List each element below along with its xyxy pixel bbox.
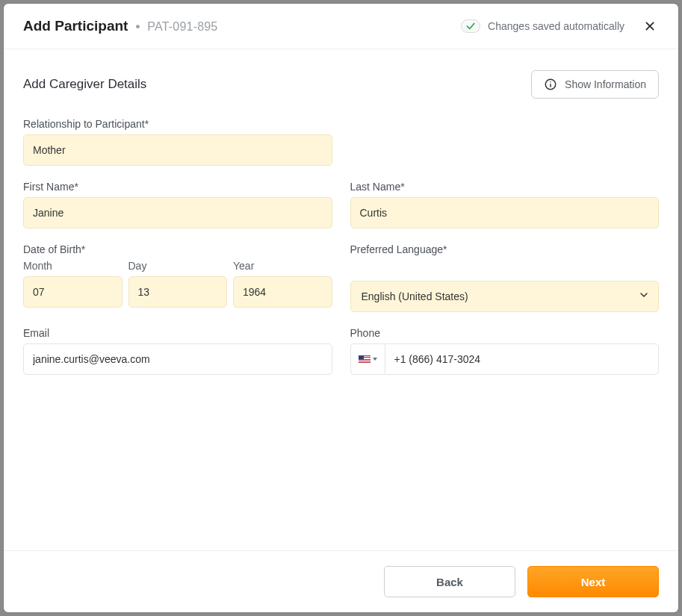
info-icon <box>544 78 557 91</box>
phone-country-selector[interactable] <box>350 343 385 375</box>
phone-field: Phone <box>350 327 660 375</box>
dob-year-label: Year <box>233 260 332 272</box>
first-name-field: First Name* <box>23 181 332 228</box>
check-icon <box>465 21 476 31</box>
show-information-button[interactable]: Show Information <box>531 70 659 99</box>
language-spacer <box>350 260 660 276</box>
add-participant-modal: Add Participant • PAT-091-895 Changes sa… <box>4 4 678 612</box>
dob-month-input[interactable] <box>23 276 123 308</box>
language-field: Preferred Language* English (United Stat… <box>350 243 660 312</box>
dob-label: Date of Birth* <box>23 243 332 255</box>
header-right: Changes saved automatically <box>461 17 659 35</box>
show-information-label: Show Information <box>565 78 646 90</box>
dob-day-input[interactable] <box>128 276 228 308</box>
dob-month-label: Month <box>23 260 123 272</box>
language-label: Preferred Language* <box>350 243 660 255</box>
dob-row: Month Day Year <box>23 260 332 308</box>
autosave-text: Changes saved automatically <box>488 20 624 32</box>
email-field: Email <box>23 327 332 375</box>
language-select-wrap: English (United States) <box>350 281 660 312</box>
caret-down-icon <box>373 358 377 361</box>
grid-spacer <box>350 118 660 166</box>
modal-header: Add Participant • PAT-091-895 Changes sa… <box>4 4 678 49</box>
close-button[interactable] <box>641 17 659 35</box>
dob-day-label: Day <box>128 260 228 272</box>
phone-label: Phone <box>350 327 660 339</box>
patient-id: PAT-091-895 <box>147 20 217 34</box>
modal-content: Add Caregiver Details Show Information R… <box>4 49 678 550</box>
dob-field: Date of Birth* Month Day Year <box>23 243 332 312</box>
header-left: Add Participant • PAT-091-895 <box>23 18 217 34</box>
relationship-field: Relationship to Participant* <box>23 118 332 166</box>
close-icon <box>644 20 656 32</box>
check-badge <box>461 19 480 33</box>
first-name-input[interactable] <box>23 197 332 228</box>
modal-footer: Back Next <box>4 550 678 612</box>
back-button[interactable]: Back <box>384 566 515 597</box>
relationship-input[interactable] <box>23 134 332 166</box>
section-title: Add Caregiver Details <box>23 77 146 92</box>
last-name-input[interactable] <box>350 197 660 228</box>
autosave-indicator: Changes saved automatically <box>461 19 624 33</box>
email-label: Email <box>23 327 332 339</box>
separator-dot: • <box>135 20 140 33</box>
relationship-label: Relationship to Participant* <box>23 118 332 130</box>
next-button[interactable]: Next <box>527 566 659 597</box>
language-select[interactable]: English (United States) <box>350 281 660 312</box>
phone-input[interactable] <box>385 343 660 375</box>
svg-point-4 <box>550 81 551 83</box>
language-value: English (United States) <box>362 290 468 302</box>
section-header: Add Caregiver Details Show Information <box>23 70 659 99</box>
dob-day-col: Day <box>128 260 228 308</box>
dob-year-col: Year <box>233 260 332 308</box>
dob-year-input[interactable] <box>233 276 332 308</box>
dob-month-col: Month <box>23 260 123 308</box>
last-name-field: Last Name* <box>350 181 660 228</box>
flag-us-icon <box>359 355 371 364</box>
page-title: Add Participant <box>23 18 128 34</box>
first-name-label: First Name* <box>23 181 332 193</box>
email-input[interactable] <box>23 343 332 375</box>
last-name-label: Last Name* <box>350 181 660 193</box>
form-grid: Relationship to Participant* First Name*… <box>23 118 659 375</box>
phone-input-group <box>350 343 660 375</box>
